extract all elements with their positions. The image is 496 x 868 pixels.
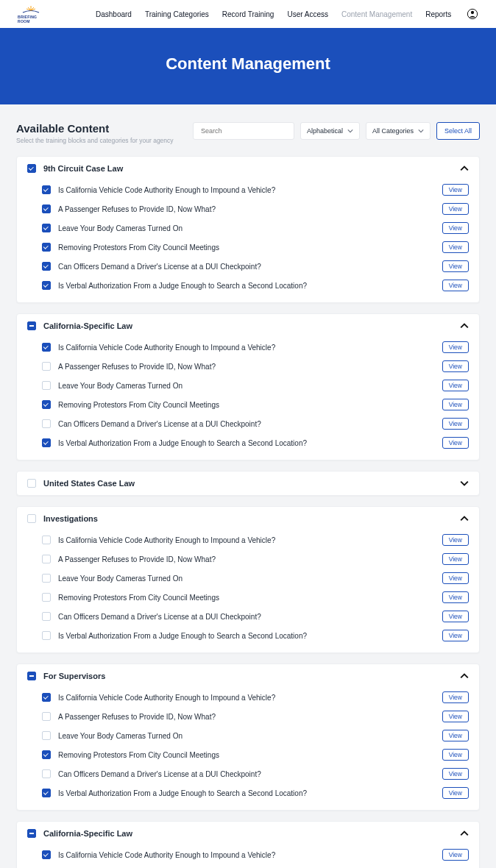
- item-checkbox[interactable]: [42, 789, 51, 797]
- sort-select[interactable]: Alphabetical: [300, 122, 360, 140]
- item-checkbox[interactable]: [42, 204, 51, 213]
- category-title: 9th Circuit Case Law: [43, 164, 123, 173]
- item-checkbox[interactable]: [42, 574, 51, 583]
- item-checkbox[interactable]: [42, 400, 51, 409]
- category-checkbox[interactable]: [27, 672, 36, 680]
- view-button[interactable]: View: [442, 611, 469, 622]
- item-checkbox[interactable]: [42, 731, 51, 740]
- category-header[interactable]: 9th Circuit Case Law: [17, 157, 479, 180]
- view-button[interactable]: View: [442, 553, 469, 565]
- nav-content-management[interactable]: Content Management: [341, 10, 412, 18]
- select-all-button[interactable]: Select All: [436, 122, 480, 140]
- item-checkbox[interactable]: [42, 224, 51, 232]
- view-button[interactable]: View: [442, 730, 469, 741]
- item-label: Is Verbal Authorization From a Judge Eno…: [58, 282, 307, 290]
- view-button[interactable]: View: [442, 534, 469, 546]
- nav-record-training[interactable]: Record Training: [222, 10, 274, 18]
- category-toggle[interactable]: [460, 321, 469, 330]
- chevron-up-icon: [460, 514, 469, 523]
- content-item: Removing Protestors From City Council Me…: [27, 238, 469, 257]
- category-toggle[interactable]: [460, 164, 469, 173]
- category-toggle[interactable]: [460, 672, 469, 680]
- view-button[interactable]: View: [442, 360, 469, 372]
- item-checkbox[interactable]: [42, 243, 51, 252]
- view-button[interactable]: View: [442, 849, 469, 861]
- item-checkbox[interactable]: [42, 750, 51, 759]
- content-item: A Passenger Refuses to Provide ID, Now W…: [27, 357, 469, 376]
- category-checkbox[interactable]: [27, 479, 36, 488]
- item-label: Leave Your Body Cameras Turned On: [58, 382, 183, 390]
- view-button[interactable]: View: [442, 222, 469, 234]
- view-button[interactable]: View: [442, 572, 469, 584]
- view-button[interactable]: View: [442, 437, 469, 449]
- content-item: Leave Your Body Cameras Turned OnView: [27, 726, 469, 745]
- chevron-up-icon: [460, 672, 469, 680]
- view-button[interactable]: View: [442, 203, 469, 215]
- view-button[interactable]: View: [442, 341, 469, 353]
- item-checkbox[interactable]: [42, 362, 51, 371]
- view-button[interactable]: View: [442, 280, 469, 291]
- view-button[interactable]: View: [442, 768, 469, 780]
- content-item: Removing Protestors From City Council Me…: [27, 745, 469, 764]
- item-checkbox[interactable]: [42, 850, 51, 859]
- account-button[interactable]: [467, 8, 478, 20]
- item-checkbox[interactable]: [42, 555, 51, 563]
- item-checkbox[interactable]: [42, 536, 51, 544]
- view-button[interactable]: View: [442, 691, 469, 703]
- category-title: United States Case Law: [43, 479, 135, 488]
- nav-dashboard[interactable]: Dashboard: [96, 10, 132, 18]
- view-button[interactable]: View: [442, 241, 469, 253]
- category-checkbox[interactable]: [27, 829, 36, 838]
- item-checkbox[interactable]: [42, 281, 51, 290]
- content-item: A Passenger Refuses to Provide ID, Now W…: [27, 707, 469, 726]
- item-checkbox[interactable]: [42, 631, 51, 640]
- category-checkbox[interactable]: [27, 164, 36, 173]
- item-checkbox[interactable]: [42, 693, 51, 702]
- category-header[interactable]: California-Specific Law: [17, 314, 479, 338]
- item-checkbox[interactable]: [42, 343, 51, 352]
- chevron-down-icon: [418, 128, 424, 134]
- nav-training-categories[interactable]: Training Categories: [145, 10, 209, 18]
- content-item: Can Officers Demand a Driver's License a…: [27, 764, 469, 783]
- hero-title: Content Management: [0, 54, 496, 74]
- item-label: Can Officers Demand a Driver's License a…: [58, 770, 261, 778]
- view-button[interactable]: View: [442, 787, 469, 799]
- item-checkbox[interactable]: [42, 612, 51, 621]
- item-checkbox[interactable]: [42, 381, 51, 390]
- content-item: Leave Your Body Cameras Turned OnView: [27, 569, 469, 588]
- nav-user-access[interactable]: User Access: [287, 10, 328, 18]
- category-header[interactable]: United States Case Law: [17, 472, 479, 495]
- filter-select[interactable]: All Categories: [366, 122, 431, 140]
- view-button[interactable]: View: [442, 711, 469, 722]
- category-card: 9th Circuit Case LawIs California Vehicl…: [16, 156, 480, 303]
- view-button[interactable]: View: [442, 380, 469, 391]
- category-header[interactable]: Investigations: [17, 507, 479, 530]
- category-header[interactable]: California-Specific Law: [17, 822, 479, 845]
- search-input[interactable]: [193, 122, 294, 140]
- view-button[interactable]: View: [442, 630, 469, 641]
- item-checkbox[interactable]: [42, 593, 51, 602]
- category-checkbox[interactable]: [27, 514, 36, 523]
- view-button[interactable]: View: [442, 591, 469, 603]
- category-toggle[interactable]: [460, 514, 469, 523]
- chevron-up-icon: [460, 321, 469, 330]
- category-toggle[interactable]: [460, 829, 469, 838]
- category-checkbox[interactable]: [27, 321, 36, 330]
- item-checkbox[interactable]: [42, 712, 51, 721]
- view-button[interactable]: View: [442, 749, 469, 761]
- item-checkbox[interactable]: [42, 438, 51, 447]
- item-checkbox[interactable]: [42, 769, 51, 778]
- nav-reports[interactable]: Reports: [425, 10, 451, 18]
- category-header[interactable]: For Supervisors: [17, 664, 479, 688]
- view-button[interactable]: View: [442, 184, 469, 196]
- view-button[interactable]: View: [442, 418, 469, 430]
- item-label: Can Officers Demand a Driver's License a…: [58, 420, 261, 428]
- item-checkbox[interactable]: [42, 262, 51, 271]
- logo[interactable]: BRIEFING ROOM: [18, 4, 44, 24]
- item-checkbox[interactable]: [42, 419, 51, 428]
- view-button[interactable]: View: [442, 260, 469, 272]
- item-label: Is Verbal Authorization From a Judge Eno…: [58, 789, 307, 797]
- view-button[interactable]: View: [442, 399, 469, 410]
- item-checkbox[interactable]: [42, 185, 51, 194]
- category-toggle[interactable]: [460, 479, 469, 488]
